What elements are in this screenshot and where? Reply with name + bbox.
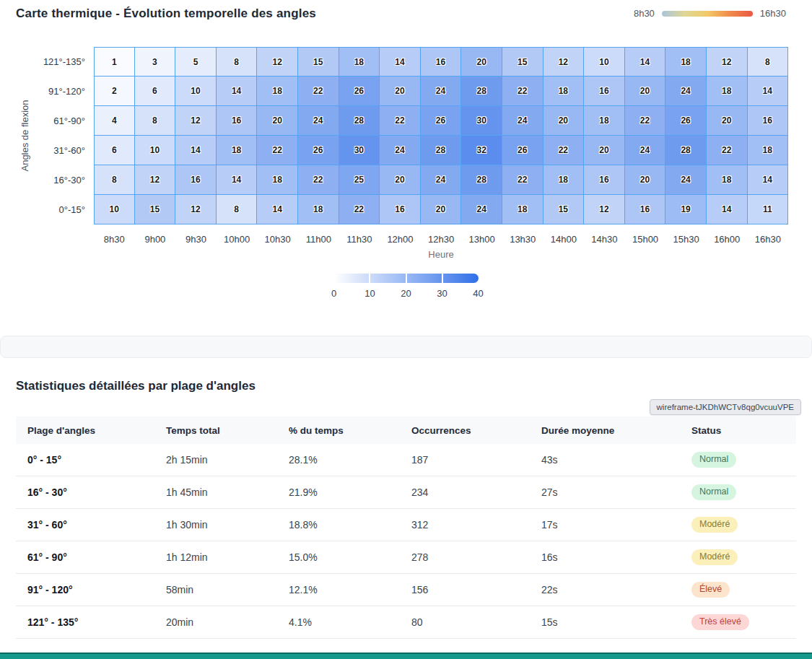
heatmap-cell[interactable]: 18 [665,47,707,77]
heatmap-cell[interactable]: 20 [584,136,625,165]
heatmap-cell[interactable]: 14 [217,77,258,106]
heatmap-cell[interactable]: 20 [421,195,462,224]
heatmap-cell[interactable]: 8 [135,106,176,136]
heatmap-cell[interactable]: 20 [257,106,298,136]
heatmap-cell[interactable]: 18 [257,77,298,106]
heatmap-cell[interactable]: 22 [380,106,421,136]
heatmap-cell[interactable]: 18 [543,77,585,106]
heatmap-cell[interactable]: 10 [584,47,625,77]
heatmap-cell[interactable]: 5 [175,47,217,77]
heatmap-cell[interactable]: 20 [625,165,666,195]
heatmap-cell[interactable]: 15 [135,195,176,224]
heatmap-cell[interactable]: 10 [94,195,135,224]
heatmap-cell[interactable]: 1 [94,47,135,77]
heatmap-cell[interactable]: 18 [502,195,543,224]
heatmap-cell[interactable]: 8 [748,47,789,77]
heatmap-cell[interactable]: 28 [461,77,502,106]
heatmap-cell[interactable]: 15 [298,47,339,77]
heatmap-cell[interactable]: 10 [135,136,176,165]
heatmap-cell[interactable]: 8 [217,47,258,77]
heatmap-cell[interactable]: 16 [748,106,789,136]
heatmap-cell[interactable]: 16 [625,195,666,224]
heatmap-cell[interactable]: 14 [217,165,258,195]
heatmap-cell[interactable]: 24 [665,77,707,106]
heatmap-cell[interactable]: 20 [461,47,502,77]
heatmap-cell[interactable]: 12 [584,195,625,224]
heatmap-cell[interactable]: 22 [257,136,298,165]
heatmap-cell[interactable]: 16 [421,47,462,77]
heatmap-cell[interactable]: 4 [94,106,135,136]
heatmap-cell[interactable]: 16 [217,106,258,136]
heatmap-cell[interactable]: 16 [175,165,217,195]
heatmap-cell[interactable]: 25 [339,165,380,195]
heatmap-cell[interactable]: 26 [339,77,380,106]
heatmap-cell[interactable]: 14 [380,47,421,77]
heatmap-cell[interactable]: 18 [339,47,380,77]
heatmap-cell[interactable]: 26 [298,136,339,165]
heatmap-cell[interactable]: 14 [625,47,666,77]
heatmap-cell[interactable]: 8 [94,165,135,195]
heatmap-cell[interactable]: 18 [543,165,585,195]
heatmap-cell[interactable]: 26 [665,106,707,136]
heatmap-cell[interactable]: 12 [257,47,298,77]
heatmap-cell[interactable]: 8 [217,195,258,224]
heatmap-cell[interactable]: 6 [94,136,135,165]
heatmap-cell[interactable]: 14 [748,165,789,195]
heatmap-cell[interactable]: 12 [135,165,176,195]
heatmap-cell[interactable]: 20 [625,77,666,106]
heatmap-cell[interactable]: 20 [380,77,421,106]
heatmap-cell[interactable]: 30 [339,136,380,165]
heatmap-cell[interactable]: 3 [135,47,176,77]
heatmap-cell[interactable]: 18 [707,165,748,195]
heatmap-cell[interactable]: 18 [584,106,625,136]
heatmap-cell[interactable]: 22 [502,165,543,195]
heatmap-cell[interactable]: 28 [421,136,462,165]
heatmap-cell[interactable]: 26 [502,136,543,165]
heatmap-cell[interactable]: 10 [175,77,217,106]
heatmap-cell[interactable]: 24 [421,165,462,195]
heatmap-cell[interactable]: 20 [543,106,585,136]
heatmap-cell[interactable]: 14 [175,136,217,165]
heatmap-cell[interactable]: 28 [665,136,707,165]
heatmap-cell[interactable]: 12 [707,47,748,77]
heatmap-cell[interactable]: 32 [461,136,502,165]
heatmap-cell[interactable]: 24 [380,136,421,165]
heatmap-cell[interactable]: 24 [665,165,707,195]
heatmap-cell[interactable]: 22 [502,77,543,106]
heatmap-cell[interactable]: 16 [584,165,625,195]
heatmap-cell[interactable]: 26 [421,106,462,136]
heatmap-cell[interactable]: 16 [584,77,625,106]
heatmap-cell[interactable]: 16 [380,195,421,224]
heatmap-cell[interactable]: 20 [380,165,421,195]
heatmap-cell[interactable]: 22 [707,136,748,165]
heatmap-cell[interactable]: 22 [625,106,666,136]
heatmap-cell[interactable]: 12 [175,195,217,224]
heatmap-cell[interactable]: 24 [298,106,339,136]
heatmap-cell[interactable]: 24 [461,195,502,224]
heatmap-cell[interactable]: 6 [135,77,176,106]
heatmap-cell[interactable]: 22 [298,165,339,195]
heatmap-cell[interactable]: 18 [298,195,339,224]
heatmap-cell[interactable]: 18 [257,165,298,195]
heatmap-cell[interactable]: 20 [707,106,748,136]
heatmap-cell[interactable]: 22 [298,77,339,106]
heatmap-cell[interactable]: 18 [707,77,748,106]
heatmap-cell[interactable]: 24 [421,77,462,106]
heatmap-cell[interactable]: 14 [257,195,298,224]
heatmap-cell[interactable]: 12 [175,106,217,136]
heatmap-cell[interactable]: 22 [543,136,585,165]
heatmap-cell[interactable]: 22 [339,195,380,224]
heatmap-cell[interactable]: 24 [502,106,543,136]
heatmap-cell[interactable]: 28 [461,165,502,195]
heatmap-cell[interactable]: 18 [748,136,789,165]
heatmap-cell[interactable]: 14 [748,77,789,106]
heatmap-cell[interactable]: 18 [217,136,258,165]
heatmap-cell[interactable]: 28 [339,106,380,136]
heatmap-cell[interactable]: 14 [707,195,748,224]
heatmap-cell[interactable]: 15 [543,195,585,224]
heatmap-cell[interactable]: 19 [665,195,707,224]
heatmap-cell[interactable]: 11 [748,195,789,224]
heatmap-cell[interactable]: 30 [461,106,502,136]
heatmap-cell[interactable]: 15 [502,47,543,77]
heatmap-cell[interactable]: 12 [543,47,585,77]
